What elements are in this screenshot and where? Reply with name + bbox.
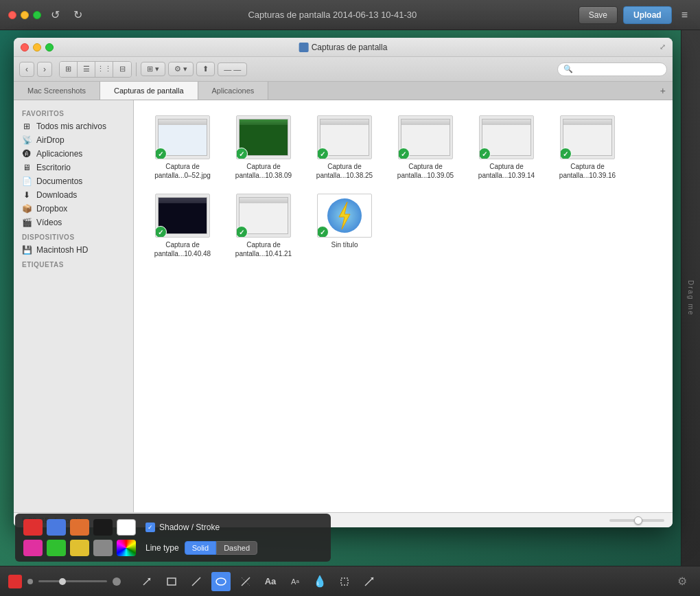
color-swatch-red[interactable] — [23, 519, 43, 536]
expand-button[interactable]: ⤢ — [660, 43, 666, 51]
search-box[interactable]: 🔍 — [557, 62, 667, 76]
add-tab-button[interactable]: + — [653, 82, 673, 100]
file-item[interactable]: ✓ Captura depantalla...10.40.48 — [145, 190, 220, 262]
sidebar-item-airdrop[interactable]: 📡 AirDrop — [14, 133, 133, 147]
folder-icon — [299, 43, 309, 52]
file-name: Captura depantalla...10.39.14 — [478, 162, 535, 180]
cover-view-button[interactable]: ⊟ — [113, 62, 131, 77]
sidebar-item-documentos-label: Documentos — [36, 176, 82, 186]
zoom-slider[interactable] — [609, 519, 664, 522]
upload-button[interactable]: Upload — [623, 6, 672, 24]
text2-tool-button[interactable]: Aa — [285, 572, 305, 591]
settings-button[interactable]: ⚙ — [673, 572, 692, 591]
checkmark-badge: ✓ — [398, 148, 410, 159]
action-button[interactable]: ⚙ ▾ — [168, 62, 194, 76]
shadow-checkbox[interactable]: ✓ — [145, 523, 155, 532]
arrange-button[interactable]: ⊞ ▾ — [141, 62, 165, 76]
menu-button[interactable]: ≡ — [677, 6, 692, 24]
downloads-icon: ⬇ — [22, 190, 32, 200]
checkmark-badge: ✓ — [560, 148, 572, 159]
sidebar-item-documentos[interactable]: 📄 Documentos — [14, 174, 133, 188]
tab-capturas[interactable]: Capturas de pantalla — [100, 82, 198, 100]
text-tool-button[interactable]: Aa — [261, 572, 280, 591]
color-swatch-gray[interactable] — [93, 540, 113, 556]
macintosh-icon: 💾 — [22, 245, 32, 255]
file-name: Captura depantalla...0–52.jpg — [154, 162, 211, 180]
finder-minimize-button[interactable] — [33, 43, 41, 51]
sidebar-item-videos[interactable]: 🎬 Vídeos — [14, 216, 133, 229]
redo-button[interactable]: ↻ — [69, 5, 86, 24]
edit-button[interactable]: — — — [218, 62, 247, 76]
file-item[interactable]: ✓ Captura depantalla...10.38.25 — [307, 111, 382, 184]
finder-content: ✓ Captura depantalla...0–52.jpg ✓ Captur… — [134, 100, 673, 512]
sidebar-item-dropbox[interactable]: 📦 Dropbox — [14, 202, 133, 216]
file-thumbnail: ✓ — [479, 115, 534, 159]
back-button[interactable]: ‹ — [19, 62, 34, 77]
sidebar-favorites-label: FAVORITOS — [14, 106, 133, 119]
search-icon: 🔍 — [563, 65, 573, 73]
file-item[interactable]: ✓ Captura depantalla...10.39.16 — [550, 111, 625, 184]
size-slider[interactable] — [38, 580, 107, 582]
arrow-tool-button[interactable] — [137, 572, 156, 591]
file-item[interactable]: ✓ Captura depantalla...10.39.14 — [469, 111, 544, 184]
app-icon — [324, 195, 365, 236]
sidebar-item-aplicaciones[interactable]: 🅐 Aplicaciones — [14, 147, 133, 161]
list-view-button[interactable]: ☰ — [78, 62, 95, 77]
close-button[interactable] — [8, 11, 16, 19]
solid-button[interactable]: Solid — [185, 541, 216, 555]
file-thumbnail: ✓ — [155, 115, 210, 159]
drag-handle-label: Drag me — [687, 280, 695, 316]
finder-maximize-button[interactable] — [45, 43, 54, 51]
forward-button[interactable]: › — [37, 62, 52, 77]
color-swatch-multi[interactable] — [117, 540, 136, 556]
file-name: Sin título — [331, 240, 358, 249]
file-thumbnail: ✓ — [560, 115, 615, 159]
fill-tool-button[interactable]: 💧 — [310, 572, 329, 591]
file-name: Captura depantalla...10.39.16 — [559, 162, 616, 180]
tab-mac-screenshots[interactable]: Mac Screenshots — [14, 82, 100, 100]
file-thumbnail: ✓ — [236, 194, 291, 238]
sidebar-item-escritorio[interactable]: 🖥 Escritorio — [14, 161, 133, 174]
sidebar-item-macintosh[interactable]: 💾 Macintosh HD — [14, 243, 133, 257]
color-panel-row-2: Line type Solid Dashed — [23, 540, 323, 556]
share-button[interactable]: ⬆ — [196, 62, 215, 76]
file-item[interactable]: ✓ Captura depantalla...0–52.jpg — [145, 111, 220, 184]
tab-aplicaciones[interactable]: Aplicaciones — [198, 82, 269, 100]
aplicaciones-icon: 🅐 — [22, 149, 32, 159]
file-item[interactable]: ✓ Captura depantalla...10.41.21 — [226, 190, 301, 262]
save-button[interactable]: Save — [579, 6, 618, 24]
color-swatch-pink[interactable] — [23, 540, 43, 556]
color-swatch-orange[interactable] — [70, 519, 89, 536]
color-swatch-green[interactable] — [47, 540, 66, 556]
color-panel-row-1: ✓ Shadow / Stroke — [23, 519, 323, 536]
column-view-button[interactable]: ⋮⋮ — [95, 62, 113, 77]
sidebar-item-downloads[interactable]: ⬇ Downloads — [14, 188, 133, 202]
minimize-button[interactable] — [21, 11, 29, 19]
drag-handle[interactable]: Drag me — [681, 30, 700, 566]
arrow2-tool-button[interactable] — [360, 572, 379, 591]
pen-tool-button[interactable] — [236, 572, 255, 591]
dashed-button[interactable]: Dashed — [216, 541, 257, 555]
color-indicator[interactable] — [8, 575, 22, 588]
slider-thumb — [634, 516, 642, 525]
file-item-sin-titulo[interactable]: ✓ Sin título — [307, 190, 382, 262]
file-item[interactable]: ✓ Captura depantalla...10.38.09 — [226, 111, 301, 184]
ellipse-tool-button[interactable] — [211, 572, 231, 591]
undo-button[interactable]: ↺ — [47, 5, 64, 24]
crop-tool-button[interactable] — [335, 572, 354, 591]
file-item[interactable]: ✓ Captura depantalla...10.39.05 — [388, 111, 463, 184]
color-swatch-yellow[interactable] — [70, 540, 89, 556]
color-swatch-blue[interactable] — [47, 519, 66, 536]
checkmark-badge: ✓ — [155, 226, 167, 238]
finder-close-button[interactable] — [21, 43, 29, 51]
icon-view-button[interactable]: ⊞ — [60, 62, 78, 77]
sidebar-item-todos[interactable]: ⊞ Todos mis archivos — [14, 119, 133, 133]
line-tool-button[interactable] — [187, 572, 206, 591]
color-swatch-black[interactable] — [93, 519, 113, 536]
rect-tool-button[interactable] — [162, 572, 181, 591]
maximize-button[interactable] — [33, 11, 41, 19]
todos-icon: ⊞ — [22, 122, 32, 131]
escritorio-icon: 🖥 — [22, 163, 32, 172]
color-panel: ✓ Shadow / Stroke Line type Solid Dashed — [15, 514, 331, 562]
color-swatch-white[interactable] — [117, 519, 136, 536]
